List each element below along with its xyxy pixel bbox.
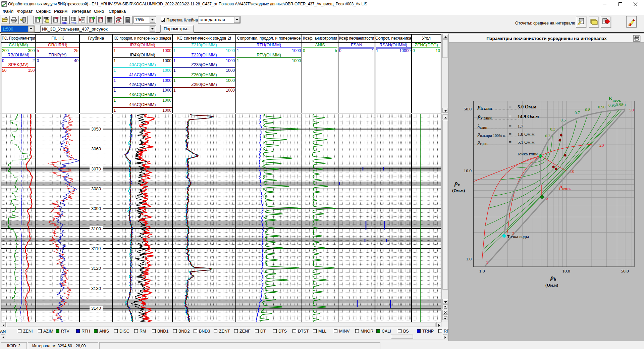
svg-text:1: 1 bbox=[114, 58, 116, 63]
svg-text:0: 0 bbox=[303, 48, 305, 53]
svg-text:1.7: 1.7 bbox=[518, 123, 523, 129]
svg-text:=: = bbox=[509, 104, 512, 109]
svg-text:10.0: 10.0 bbox=[562, 268, 570, 273]
svg-text:3050: 3050 bbox=[91, 127, 101, 132]
svg-text:150: 150 bbox=[28, 68, 35, 73]
svg-text:TRC: TRC bbox=[71, 21, 76, 24]
svg-text:1: 1 bbox=[114, 78, 116, 83]
svg-text:1: 1 bbox=[173, 58, 176, 63]
svg-text:ρгран.: ρгран. bbox=[477, 139, 488, 146]
svg-text:1000: 1000 bbox=[162, 78, 171, 83]
svg-text:Глубина: Глубина bbox=[88, 36, 104, 41]
svg-text:1000: 1000 bbox=[226, 78, 235, 83]
svg-text:1000: 1000 bbox=[162, 58, 171, 63]
svg-text:43AC(OHMM): 43AC(OHMM) bbox=[129, 92, 156, 97]
svg-text:0.95: 0.95 bbox=[608, 103, 616, 108]
svg-text:Кпесч.: Кпесч. bbox=[608, 95, 621, 102]
svg-text:1: 1 bbox=[237, 58, 239, 63]
svg-text:50.0: 50.0 bbox=[464, 106, 472, 111]
svg-text:ANIS: ANIS bbox=[315, 43, 325, 47]
svg-text:КС синтетических зондов 2f: КС синтетических зондов 2f bbox=[177, 36, 231, 41]
svg-text:5: 5 bbox=[37, 48, 39, 53]
svg-text:Z260(OHMM): Z260(OHMM) bbox=[191, 72, 217, 77]
svg-text:=: = bbox=[509, 132, 512, 137]
svg-text:1.0: 1.0 bbox=[479, 268, 485, 273]
svg-text:1000: 1000 bbox=[292, 48, 301, 53]
svg-text:50: 50 bbox=[629, 107, 634, 112]
svg-text:1.0: 1.0 bbox=[466, 256, 472, 261]
svg-text:Z220(OHMM): Z220(OHMM) bbox=[191, 53, 217, 57]
svg-text:SPEK(MV): SPEK(MV) bbox=[8, 62, 29, 67]
svg-text:3130: 3130 bbox=[91, 286, 101, 291]
svg-text:1000: 1000 bbox=[226, 88, 235, 93]
svg-text:FSAN: FSAN bbox=[351, 43, 362, 47]
svg-text:50: 50 bbox=[2, 68, 7, 73]
svg-text:Сопрот. песчаника: Сопрот. песчаника bbox=[375, 36, 412, 41]
svg-text:0: 0 bbox=[2, 58, 4, 63]
svg-text:0.3: 0.3 bbox=[550, 127, 555, 132]
svg-text:1: 1 bbox=[114, 48, 116, 53]
svg-text:1000: 1000 bbox=[162, 48, 171, 53]
svg-text:(Ом.м): (Ом.м) bbox=[452, 188, 465, 193]
svg-text:1: 1 bbox=[173, 78, 176, 83]
svg-text:Точка воды: Точка воды bbox=[507, 234, 529, 239]
svg-text:GR(UR/H): GR(UR/H) bbox=[48, 43, 67, 47]
svg-text:Z235(OHMM): Z235(OHMM) bbox=[191, 62, 217, 67]
svg-text:0.7: 0.7 bbox=[575, 110, 580, 115]
svg-text:0: 0 bbox=[339, 48, 341, 53]
svg-text:OBJ: OBJ bbox=[62, 21, 67, 24]
svg-text:40AC(OHMM): 40AC(OHMM) bbox=[129, 62, 156, 67]
svg-text:1000: 1000 bbox=[292, 58, 301, 63]
svg-text:CALI(MM): CALI(MM) bbox=[9, 43, 28, 47]
svg-text:ρv глин: ρv глин bbox=[477, 113, 492, 120]
svg-text:1: 1 bbox=[376, 48, 378, 53]
svg-text:9: 9 bbox=[624, 103, 626, 107]
svg-text:1: 1 bbox=[372, 48, 374, 53]
svg-text:Точка глин: Точка глин bbox=[517, 151, 538, 156]
svg-text:=: = bbox=[509, 140, 512, 145]
svg-text:3070: 3070 bbox=[91, 166, 101, 171]
svg-text:RTV(OHMM): RTV(OHMM) bbox=[257, 53, 281, 57]
svg-text:1000: 1000 bbox=[162, 88, 171, 93]
svg-text:ρh: ρh bbox=[550, 274, 556, 282]
svg-text:RB(OHMM): RB(OHMM) bbox=[7, 53, 29, 57]
svg-text:ПС, Профилеметри: ПС, Профилеметри bbox=[2, 36, 35, 41]
svg-text:1: 1 bbox=[114, 108, 116, 113]
svg-text:=: = bbox=[509, 114, 512, 119]
svg-text:3110: 3110 bbox=[92, 246, 101, 251]
svg-text:1: 1 bbox=[486, 260, 488, 265]
svg-text:ГК, НК: ГК, НК bbox=[51, 36, 64, 41]
svg-text:1000: 1000 bbox=[162, 98, 171, 103]
svg-text:1: 1 bbox=[173, 48, 176, 53]
svg-text:10.0: 10.0 bbox=[464, 168, 472, 173]
svg-text:ρh глин: ρh глин bbox=[477, 103, 492, 110]
svg-text:10: 10 bbox=[436, 48, 440, 53]
svg-text:3080: 3080 bbox=[91, 186, 101, 191]
svg-text:10: 10 bbox=[570, 169, 575, 174]
svg-text:Коэф песчанистости: Коэф песчанистости bbox=[339, 36, 374, 41]
svg-text:44AC(OHMM): 44AC(OHMM) bbox=[129, 102, 156, 107]
svg-text:Сопротивл. продол. и поперечно: Сопротивл. продол. и поперечное bbox=[237, 36, 301, 41]
svg-text:a: a bbox=[629, 21, 631, 27]
svg-text:КС продол. и поперечных зондов: КС продол. и поперечных зондов bbox=[114, 36, 171, 41]
svg-text:20: 20 bbox=[599, 143, 604, 148]
svg-text:0: 0 bbox=[413, 48, 415, 53]
svg-text:0.5: 0.5 bbox=[560, 118, 566, 122]
svg-text:1000: 1000 bbox=[226, 58, 235, 63]
svg-text:Z210(OHMM): Z210(OHMM) bbox=[191, 43, 217, 47]
svg-text:41AC(OHMM): 41AC(OHMM) bbox=[129, 72, 156, 77]
svg-text:0.98: 0.98 bbox=[616, 102, 623, 107]
svg-text:(Ом.м): (Ом.м) bbox=[545, 283, 558, 288]
svg-text:RSAN(OHMM): RSAN(OHMM) bbox=[379, 43, 407, 47]
svg-text:3140: 3140 bbox=[91, 306, 101, 311]
svg-text:ZENC(DEG): ZENC(DEG) bbox=[415, 43, 438, 47]
svg-text:=: = bbox=[509, 123, 512, 129]
svg-text:0: 0 bbox=[37, 58, 39, 63]
svg-text:5.0 Ом.м: 5.0 Ом.м bbox=[518, 104, 537, 109]
svg-text:0.2: 0.2 bbox=[545, 134, 550, 138]
svg-text:3120: 3120 bbox=[91, 266, 101, 271]
svg-text:0.90: 0.90 bbox=[598, 105, 605, 109]
svg-text:40: 40 bbox=[74, 58, 79, 63]
svg-text:5: 5 bbox=[546, 196, 548, 201]
svg-text:5: 5 bbox=[335, 48, 337, 53]
